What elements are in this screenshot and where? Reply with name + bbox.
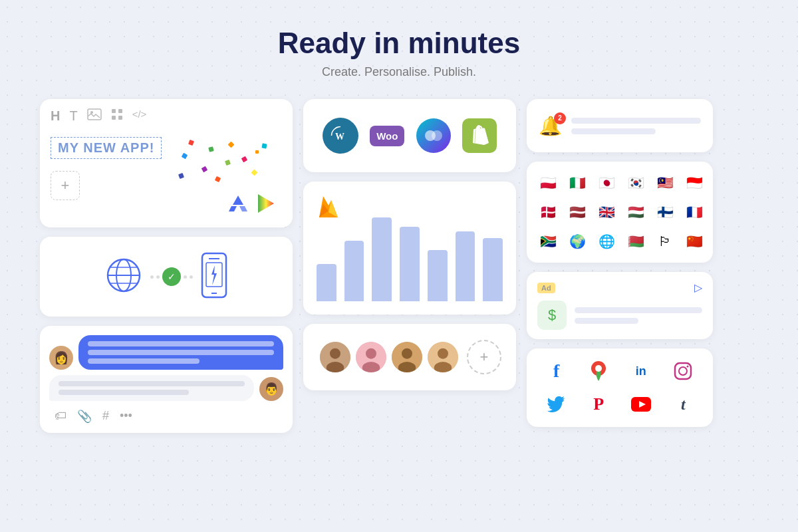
more-options-icon[interactable]: ••• — [120, 409, 132, 424]
notification-card: 🔔 2 — [527, 99, 713, 152]
app-title-text[interactable]: MY NEW APP! — [51, 137, 162, 159]
add-block-button[interactable]: + — [51, 171, 80, 200]
chat-message-2: 👨 — [49, 375, 283, 401]
flag-hungary[interactable]: 🇭🇺 — [624, 200, 648, 224]
hashtag-icon[interactable]: # — [102, 409, 109, 424]
left-column: H T </> MY NEW APP! + — [40, 99, 293, 433]
ad-text-lines — [575, 307, 702, 324]
svg-point-31 — [438, 348, 448, 359]
ad-line-2 — [575, 318, 638, 324]
ad-dollar-icon: $ — [537, 301, 567, 330]
svg-rect-5 — [118, 116, 122, 120]
web-to-app-card: ✓ — [40, 237, 293, 317]
chat-bubble-received — [49, 375, 254, 401]
google-play-icon — [255, 193, 277, 217]
grid-icon[interactable] — [111, 108, 123, 124]
svg-point-19 — [432, 130, 442, 141]
ad-label: Ad — [537, 283, 555, 293]
instagram-icon[interactable] — [671, 359, 695, 383]
flag-latvia[interactable]: 🇱🇻 — [565, 200, 589, 224]
chat-bubble-sent — [78, 335, 283, 370]
youtube-icon[interactable] — [629, 392, 653, 416]
chat-card: 👩 👨 🏷 — [40, 326, 293, 433]
woo-text: Woo — [376, 130, 398, 142]
tumblr-icon[interactable]: t — [671, 392, 695, 416]
svg-rect-3 — [118, 109, 122, 113]
image-icon[interactable] — [87, 108, 102, 124]
bar-chart — [317, 195, 503, 301]
flag-korea[interactable]: 🇰🇷 — [624, 171, 648, 195]
user-avatar-2: 👨 — [259, 377, 283, 401]
code-icon[interactable]: </> — [132, 108, 147, 124]
twitter-icon[interactable] — [545, 392, 569, 416]
bar-1 — [317, 264, 336, 301]
chat-toolbar[interactable]: 🏷 📎 # ••• — [49, 406, 283, 424]
flag-belarus[interactable]: 🇧🇾 — [624, 229, 648, 253]
svg-point-22 — [330, 348, 340, 359]
bar-6 — [456, 231, 475, 301]
add-team-member-button[interactable]: + — [467, 340, 501, 374]
flag-france[interactable]: 🇫🇷 — [682, 200, 706, 224]
heading-icon[interactable]: H — [51, 108, 60, 124]
svg-point-36 — [679, 367, 687, 375]
google-maps-icon[interactable] — [587, 359, 610, 383]
bell-container: 🔔 2 — [539, 115, 562, 137]
main-grid: H T </> MY NEW APP! + — [40, 99, 758, 433]
page-subtitle: Create. Personalise. Publish. — [40, 65, 758, 79]
flag-southafrica[interactable]: 🇿🇦 — [536, 229, 560, 253]
ad-line-1 — [575, 307, 702, 313]
flag-japan[interactable]: 🇯🇵 — [595, 171, 618, 195]
integrations-card: W Woo — [303, 99, 516, 172]
flag-earth2[interactable]: 🌐 — [595, 229, 618, 253]
linkedin-icon[interactable]: in — [629, 359, 653, 383]
flag-malaysia[interactable]: 🇲🇾 — [653, 171, 677, 195]
facebook-icon[interactable]: f — [545, 359, 569, 383]
flag-catalan[interactable]: 🏳 — [653, 229, 677, 253]
canva-logo — [416, 118, 451, 153]
text-icon[interactable]: T — [69, 108, 77, 124]
flags-grid: 🇵🇱 🇮🇹 🇯🇵 🇰🇷 🇲🇾 🇮🇩 🇩🇰 🇱🇻 🇬🇧 🇭🇺 🇫🇮 🇫🇷 🇿🇦 🌍 — [536, 171, 704, 253]
right-column: 🔔 2 🇵🇱 🇮🇹 🇯🇵 🇰🇷 🇲🇾 🇮🇩 🇩🇰 — [527, 99, 713, 427]
middle-column: W Woo — [303, 99, 516, 390]
page-title: Ready in minutes — [40, 27, 758, 60]
svg-rect-2 — [112, 109, 116, 113]
svg-point-37 — [687, 366, 689, 368]
svg-point-29 — [398, 362, 416, 374]
flag-china[interactable]: 🇨🇳 — [682, 229, 706, 253]
flag-earth1[interactable]: 🌍 — [565, 229, 589, 253]
shopify-logo — [462, 118, 497, 153]
flag-finland[interactable]: 🇫🇮 — [653, 200, 677, 224]
notif-line-1 — [571, 118, 701, 124]
conversion-arrow: ✓ — [150, 267, 193, 286]
attachment-icon[interactable]: 📎 — [77, 409, 92, 424]
team-member-2 — [354, 340, 388, 374]
editor-card: H T </> MY NEW APP! + — [40, 99, 293, 227]
pinterest-icon[interactable]: P — [587, 392, 610, 416]
team-member-4 — [426, 340, 460, 374]
tag-icon[interactable]: 🏷 — [55, 409, 66, 424]
bar-2 — [344, 241, 364, 301]
svg-point-34 — [595, 365, 602, 372]
notification-content — [571, 118, 701, 134]
flag-indonesia[interactable]: 🇮🇩 — [682, 171, 706, 195]
flag-poland[interactable]: 🇵🇱 — [536, 171, 560, 195]
flag-italy[interactable]: 🇮🇹 — [565, 171, 589, 195]
bar-4 — [400, 227, 420, 301]
user-avatar-1: 👩 — [49, 346, 73, 370]
bar-7 — [483, 238, 503, 301]
svg-rect-35 — [675, 363, 691, 379]
svg-point-28 — [402, 348, 412, 359]
firebase-icon — [317, 194, 340, 228]
team-card: + — [303, 324, 516, 390]
app-store-icons — [227, 193, 277, 217]
editor-toolbar: H T </> — [51, 108, 282, 129]
notification-badge: 2 — [554, 112, 566, 124]
check-circle-icon: ✓ — [162, 267, 181, 286]
bar-3 — [372, 217, 392, 301]
ad-play-icon[interactable]: ▷ — [694, 281, 702, 294]
ad-content: $ — [537, 301, 702, 330]
team-member-3 — [390, 340, 424, 374]
flag-uk[interactable]: 🇬🇧 — [595, 200, 618, 224]
flag-denmark[interactable]: 🇩🇰 — [536, 200, 560, 224]
chart-card — [303, 182, 516, 315]
